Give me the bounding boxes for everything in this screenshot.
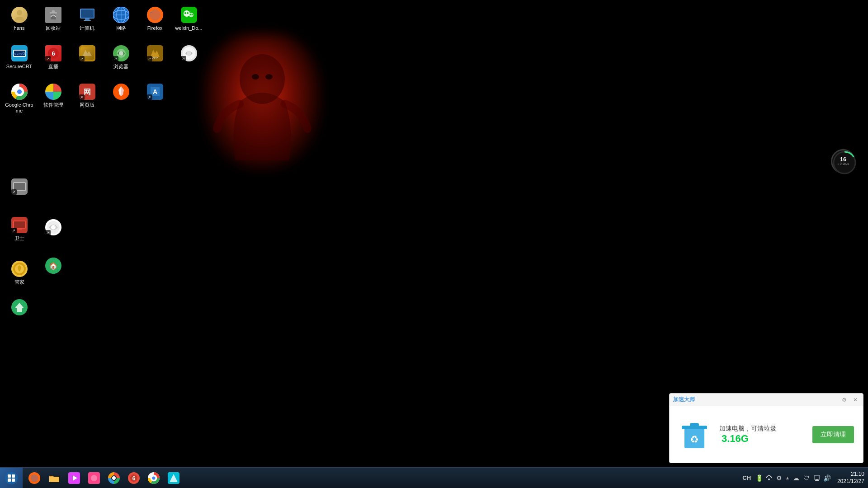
desktop-icon-desktop[interactable]: ↗ ↗ 卫士 bbox=[2, 214, 36, 252]
shortcut-arrow8: ↗ bbox=[11, 189, 17, 195]
desktop-icon-hans[interactable]: hans bbox=[2, 4, 36, 42]
shortcut-arrow7: ↗ bbox=[181, 56, 186, 61]
taskbar-lang[interactable]: CH bbox=[741, 474, 753, 481]
desktop-icon-securecrt[interactable]: SecureCRT SecureCRT bbox=[2, 42, 36, 80]
desktop-icon-app8[interactable]: ↗ bbox=[36, 216, 70, 254]
close-icon[interactable]: ✕ bbox=[851, 396, 859, 404]
desktop2-icon-label: 卫士 bbox=[14, 235, 24, 241]
perf-percent: 16 bbox=[840, 156, 846, 162]
taskbar-media[interactable] bbox=[65, 469, 84, 487]
desktop-icon-firefox[interactable]: Firefox bbox=[138, 4, 172, 42]
perf-speed: ↓ 0.2K/s bbox=[837, 162, 849, 166]
onedrive-icon[interactable]: ☁ bbox=[792, 474, 801, 483]
taskbar-folder[interactable] bbox=[45, 469, 64, 487]
date-display: 2021/12/27 bbox=[837, 478, 864, 485]
notification-title: 加速大师 bbox=[673, 396, 695, 404]
svg-rect-74 bbox=[8, 474, 11, 478]
desktop-icon-app6[interactable]: ↗ bbox=[172, 42, 206, 80]
notification-popup: 加速大师 ⚙ ✕ ♻ 加速电脑，可清垃圾 bbox=[669, 393, 863, 463]
tray-expand-arrow[interactable]: ▲ bbox=[785, 475, 790, 480]
svg-rect-52 bbox=[14, 221, 25, 228]
svg-rect-97 bbox=[816, 479, 818, 480]
shortcut-arrow9: ↗ bbox=[11, 228, 17, 233]
taskbar-app-pink[interactable] bbox=[85, 469, 104, 487]
start-button[interactable] bbox=[0, 468, 23, 488]
desktop-icon-app4[interactable]: APP ↗ bbox=[138, 42, 172, 80]
manager-icon bbox=[11, 299, 28, 315]
svg-point-7 bbox=[17, 89, 22, 94]
taskbar-chrome[interactable] bbox=[144, 469, 163, 487]
start-icon bbox=[5, 471, 18, 485]
svg-point-46 bbox=[187, 51, 191, 56]
network-sys-icon[interactable] bbox=[764, 474, 774, 483]
shortcut-arrow3: ↗ bbox=[79, 94, 85, 100]
desktop-icon-network[interactable]: 网络 bbox=[104, 4, 138, 42]
time-display: 21:10 bbox=[837, 471, 864, 478]
svg-text:A: A bbox=[152, 88, 157, 95]
shortcut-arrow6: ↗ bbox=[147, 94, 152, 100]
firefox-icon-label: Firefox bbox=[147, 25, 163, 31]
svg-point-65 bbox=[252, 74, 259, 80]
desktop-icon-brave[interactable] bbox=[104, 80, 138, 119]
desktop-icon-zhibo[interactable]: 6 ↗ 直播 bbox=[36, 42, 70, 80]
taskbar-app-red[interactable]: 6 bbox=[124, 469, 143, 487]
taskbar-time[interactable]: 21:10 2021/12/27 bbox=[834, 471, 864, 485]
desktop-icon-green-browser[interactable]: ↗ 浏览器 bbox=[104, 42, 138, 80]
securecrt-icon: SecureCRT bbox=[11, 45, 28, 61]
clean-button[interactable]: 立即清理 bbox=[812, 426, 854, 443]
taskbar-app-colorful[interactable] bbox=[104, 469, 123, 487]
desktop-icon-manager[interactable] bbox=[2, 296, 36, 334]
svg-point-38 bbox=[184, 10, 190, 17]
svg-point-41 bbox=[187, 12, 189, 14]
security-icon[interactable]: 🛡 bbox=[802, 474, 811, 483]
desktop-icon-recycle[interactable]: 回收站 bbox=[36, 4, 70, 42]
recycle-icon bbox=[45, 7, 61, 23]
brave-icon bbox=[113, 84, 129, 100]
desktop-icon-app9[interactable]: 🏠 bbox=[36, 254, 70, 293]
shortcut-arrow4: ↗ bbox=[113, 56, 118, 61]
svg-rect-77 bbox=[12, 479, 15, 482]
zhibo-icon-label: 直播 bbox=[48, 64, 58, 70]
volume-icon[interactable]: 🔊 bbox=[823, 474, 832, 483]
notification-text: 加速电脑，可清垃圾 3.16G bbox=[719, 425, 803, 445]
desktop-icon-software[interactable]: 软件管理 bbox=[36, 80, 70, 119]
securecrt-icon-label: SecureCRT bbox=[6, 64, 32, 70]
chrome-icon-label: Google Chrome bbox=[5, 102, 34, 114]
software-icon bbox=[45, 84, 61, 100]
app9-icon: 🏠 bbox=[45, 258, 61, 274]
svg-rect-16 bbox=[84, 20, 91, 21]
taskbar-firefox[interactable] bbox=[25, 469, 44, 487]
weixin-icon-label: weixin_Do... bbox=[175, 25, 203, 31]
display-icon[interactable] bbox=[812, 474, 821, 483]
shortcut-arrow10: ↗ bbox=[45, 230, 51, 235]
svg-point-73 bbox=[5, 472, 18, 484]
taskbar-app-colorful2[interactable] bbox=[164, 469, 183, 487]
taskbar-items: 6 bbox=[23, 469, 737, 487]
svg-point-29 bbox=[119, 51, 123, 56]
desktop-icon-web[interactable]: 网 ↗ 网页版 bbox=[70, 80, 104, 119]
desktop-icon-guard[interactable]: 管家 bbox=[2, 258, 36, 296]
svg-rect-54 bbox=[16, 230, 23, 230]
desktop-icon-weixin[interactable]: weixin_Do... bbox=[172, 4, 206, 42]
desktop-icon-app7[interactable]: ↗ bbox=[2, 175, 36, 214]
shortcut-arrow5: ↗ bbox=[147, 56, 152, 61]
desktop-icon-app2[interactable]: ↗ bbox=[70, 42, 104, 80]
settings-sys-icon[interactable]: ⚙ bbox=[774, 474, 783, 483]
svg-point-0 bbox=[17, 10, 22, 15]
performance-meter[interactable]: 16 ↓ 0.2K/s bbox=[831, 149, 855, 174]
recycle-icon-label: 回收站 bbox=[46, 25, 61, 31]
weixin-icon bbox=[181, 7, 197, 23]
settings-icon[interactable]: ⚙ bbox=[840, 396, 849, 404]
taskbar-sys-icons: 🔋 ⚙ bbox=[755, 474, 783, 483]
network-icon-label: 网络 bbox=[116, 25, 126, 31]
desktop-icon-computer[interactable]: 计算机 bbox=[70, 4, 104, 42]
svg-rect-75 bbox=[12, 474, 15, 478]
desktop-icon-google-chrome[interactable]: Google Chrome bbox=[2, 80, 36, 119]
hans-icon bbox=[11, 7, 28, 23]
battery-icon[interactable]: 🔋 bbox=[755, 474, 764, 483]
svg-point-66 bbox=[265, 74, 273, 80]
desktop-icon-app5[interactable]: A ↗ bbox=[138, 80, 172, 119]
taskbar: 6 bbox=[0, 467, 868, 488]
notification-body-text: 加速电脑，可清垃圾 bbox=[719, 425, 776, 432]
desktop: hans SecureCRT SecureCRT bbox=[0, 0, 868, 488]
